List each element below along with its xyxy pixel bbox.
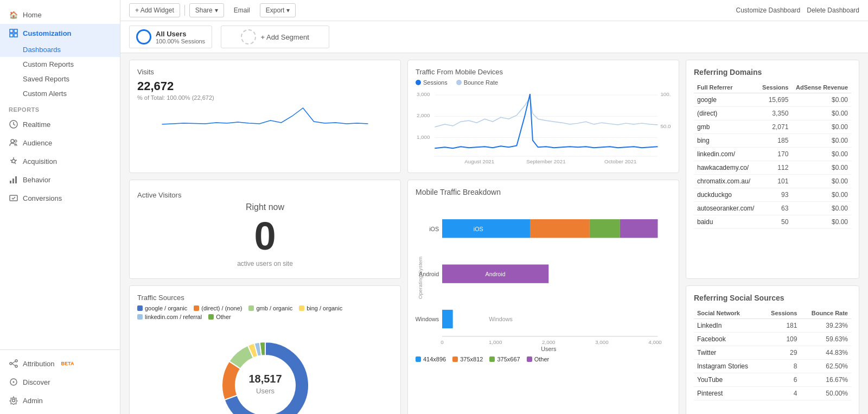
svg-text:iOS: iOS xyxy=(474,226,483,232)
discover-icon xyxy=(9,377,18,387)
svg-rect-40 xyxy=(590,219,620,238)
legend-item-375-812: 375x812 xyxy=(452,356,483,362)
sidebar-item-saved-reports[interactable]: Saved Reports xyxy=(0,72,120,86)
svg-rect-14 xyxy=(12,179,14,183)
sidebar-bottom: Attribution BETA Discover Admin xyxy=(0,349,120,414)
customization-icon xyxy=(9,28,18,38)
svg-text:Windows: Windows xyxy=(489,316,513,322)
svg-rect-2 xyxy=(10,34,13,37)
donut-chart-container: 18,517 Users 69.5%14.8%9.1% xyxy=(137,326,393,414)
svg-point-6 xyxy=(15,140,17,142)
toolbar-left: + Add Widget Share ▾ Email Export ▾ xyxy=(129,3,296,17)
visits-title: Visits xyxy=(137,68,393,76)
table-row: autoseoranker.com/63$0.00 xyxy=(694,202,851,215)
svg-text:1,000: 1,000 xyxy=(417,134,430,140)
svg-text:14.8%: 14.8% xyxy=(206,376,222,383)
svg-text:Operating System: Operating System xyxy=(417,257,423,299)
sidebar-item-conversions[interactable]: Conversions xyxy=(0,189,120,207)
dashboard-grid: Visits 22,672 % of Total: 100.00% (22,67… xyxy=(120,53,868,414)
sidebar-item-custom-alerts[interactable]: Custom Alerts xyxy=(0,86,120,101)
table-row: baidu50$0.00 xyxy=(694,215,851,229)
col-social-network: Social Network xyxy=(694,308,762,319)
visits-sub: % of Total: 100.00% (22,672) xyxy=(137,94,393,101)
svg-rect-39 xyxy=(530,219,590,238)
share-button[interactable]: Share ▾ xyxy=(189,3,224,17)
legend-item: linkedin.com / referral xyxy=(137,314,202,320)
svg-point-18 xyxy=(15,360,17,362)
active-visitors-card: Active Visitors Right now 0 active users… xyxy=(129,180,401,279)
traffic-sources-legend: google / organic(direct) / (none)gmb / o… xyxy=(137,305,393,320)
col-full-referrer: Full Referrer xyxy=(694,82,758,93)
table-row: linkedin.com/170$0.00 xyxy=(694,148,851,161)
chevron-down-icon: ▾ xyxy=(215,7,218,14)
audience-icon xyxy=(9,138,18,148)
sidebar-item-discover[interactable]: Discover xyxy=(0,373,120,391)
legend-item-414: 414x896 xyxy=(416,356,446,362)
sidebar-item-acquisition[interactable]: Acquisition xyxy=(0,152,120,170)
segment-bar: All Users 100.00% Sessions + Add Segment xyxy=(120,21,868,53)
svg-rect-0 xyxy=(10,29,13,33)
svg-text:2,000: 2,000 xyxy=(542,339,556,345)
svg-text:0: 0 xyxy=(441,339,444,345)
mobile-breakdown-card: Mobile Traffic Breakdown Operating Syste… xyxy=(407,180,679,414)
mobile-breakdown-title: Mobile Traffic Breakdown xyxy=(416,188,671,196)
sidebar-item-admin[interactable]: Admin xyxy=(0,391,120,410)
legend-item: bing / organic xyxy=(299,305,342,311)
table-row: bing185$0.00 xyxy=(694,134,851,148)
email-button[interactable]: Email xyxy=(228,4,256,17)
svg-line-9 xyxy=(15,160,17,161)
svg-rect-41 xyxy=(620,219,658,238)
col-social-sessions: Sessions xyxy=(762,308,800,319)
mobile-traffic-card: Traffic From Mobile Devices Sessions Bou… xyxy=(407,60,679,173)
sidebar-item-behavior[interactable]: Behavior xyxy=(0,170,120,189)
export-button[interactable]: Export ▾ xyxy=(260,3,296,17)
legend-item-375-667: 375x667 xyxy=(489,356,520,362)
svg-rect-45 xyxy=(442,310,453,328)
sidebar-item-home[interactable]: 🏠 Home xyxy=(0,5,120,24)
add-widget-button[interactable]: + Add Widget xyxy=(129,3,180,17)
legend-item: (direct) / (none) xyxy=(194,305,242,311)
sidebar-item-audience[interactable]: Audience xyxy=(0,133,120,152)
sessions-color xyxy=(416,80,421,85)
col-sessions: Sessions xyxy=(758,82,792,93)
svg-text:Android: Android xyxy=(419,271,439,277)
referring-social-title: Referring Social Sources xyxy=(694,294,851,302)
add-segment-button[interactable]: + Add Segment xyxy=(221,26,329,48)
toolbar-right: Customize Dashboard Delete Dashboard xyxy=(736,7,859,14)
svg-text:3,000: 3,000 xyxy=(417,91,430,97)
svg-rect-1 xyxy=(14,29,17,33)
svg-text:Users: Users xyxy=(541,346,556,352)
referring-social-table: Social Network Sessions Bounce Rate Link… xyxy=(694,308,851,400)
add-segment-circle xyxy=(241,29,256,44)
table-row: Pinterest450.00% xyxy=(694,387,851,400)
sidebar-item-customization[interactable]: Customization xyxy=(0,24,120,42)
svg-text:100.00%: 100.00% xyxy=(660,91,671,97)
mobile-traffic-chart: 3,000 2,000 1,000 100.00% 50.00% xyxy=(416,89,671,165)
all-users-segment[interactable]: All Users 100.00% Sessions xyxy=(129,26,212,48)
legend-item: gmb / organic xyxy=(248,305,292,311)
referring-domains-table: Full Referrer Sessions AdSense Revenue g… xyxy=(694,82,851,229)
mobile-breakdown-chart: Operating System iOS Android Windows iO xyxy=(416,202,671,354)
customize-dashboard-link[interactable]: Customize Dashboard xyxy=(736,7,801,14)
visits-value: 22,672 xyxy=(137,79,393,93)
svg-point-19 xyxy=(15,365,17,367)
svg-text:Windows: Windows xyxy=(416,316,439,322)
sidebar-item-attribution[interactable]: Attribution BETA xyxy=(0,354,120,373)
svg-text:3,000: 3,000 xyxy=(595,339,609,345)
breakdown-legend: 414x896 375x812 375x667 Other xyxy=(416,356,671,362)
col-adsense-revenue: AdSense Revenue xyxy=(792,82,851,93)
sidebar-item-dashboards[interactable]: Dashboards xyxy=(0,42,120,57)
delete-dashboard-link[interactable]: Delete Dashboard xyxy=(807,7,859,14)
svg-point-23 xyxy=(13,381,15,383)
svg-line-12 xyxy=(10,160,12,161)
col-bounce-rate: Bounce Rate xyxy=(800,308,851,319)
svg-rect-15 xyxy=(15,176,17,183)
table-row: Facebook10959.63% xyxy=(694,333,851,346)
sidebar-item-custom-reports[interactable]: Custom Reports xyxy=(0,57,120,72)
table-row: YouTube616.67% xyxy=(694,373,851,387)
sidebar-item-realtime[interactable]: Realtime xyxy=(0,115,120,133)
legend-item: google / organic xyxy=(137,305,187,311)
svg-rect-13 xyxy=(10,181,11,183)
svg-line-10 xyxy=(15,163,16,164)
sidebar: 🏠 Home Customization Dashboards Custom R… xyxy=(0,0,120,414)
